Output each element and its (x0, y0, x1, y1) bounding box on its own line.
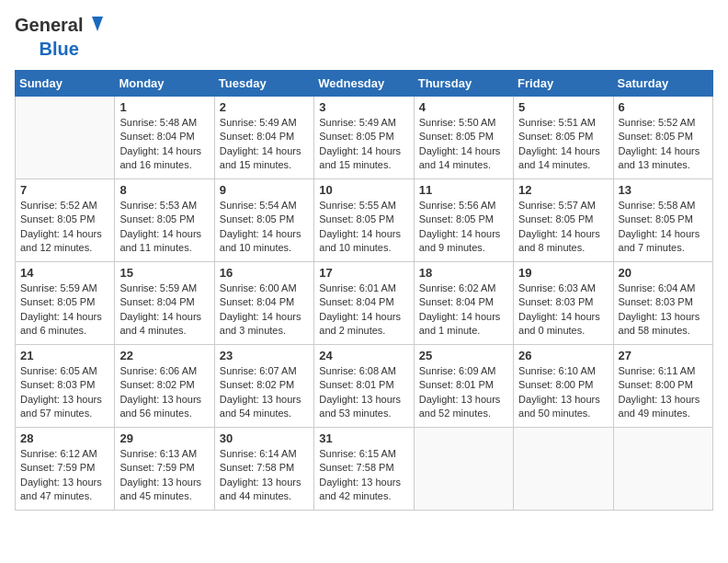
logo-arrow-icon (83, 15, 103, 35)
day-number: 12 (518, 183, 608, 197)
calendar-cell: 22Sunrise: 6:06 AMSunset: 8:02 PMDayligh… (115, 345, 214, 428)
sunset-text: Sunset: 8:05 PM (419, 213, 508, 226)
calendar-cell: 28Sunrise: 6:12 AMSunset: 7:59 PMDayligh… (16, 428, 115, 511)
day-header-sunday: Sunday (16, 71, 115, 97)
sunset-text: Sunset: 7:59 PM (20, 461, 109, 475)
sunset-text: Sunset: 8:03 PM (518, 295, 608, 309)
calendar-week-1: 1Sunrise: 5:48 AMSunset: 8:04 PMDaylight… (16, 97, 713, 179)
sunrise-text: Sunrise: 5:48 AM (119, 116, 209, 130)
cell-content: Sunrise: 6:04 AMSunset: 8:03 PMDaylight:… (619, 282, 708, 339)
cell-content: Sunrise: 5:57 AMSunset: 8:05 PMDaylight:… (518, 199, 608, 256)
calendar-cell: 7Sunrise: 5:52 AMSunset: 8:05 PMDaylight… (16, 179, 115, 262)
sunrise-text: Sunrise: 6:06 AM (119, 364, 209, 378)
daylight-text: Daylight: 14 hours and 12 minutes. (20, 227, 109, 256)
daylight-text: Daylight: 13 hours and 58 minutes. (619, 310, 708, 339)
sunrise-text: Sunrise: 5:52 AM (20, 199, 109, 213)
calendar-cell (414, 428, 513, 511)
daylight-text: Daylight: 14 hours and 16 minutes. (119, 144, 209, 173)
calendar-cell: 30Sunrise: 6:14 AMSunset: 7:58 PMDayligh… (214, 428, 313, 511)
sunrise-text: Sunrise: 5:53 AM (119, 199, 209, 213)
cell-content: Sunrise: 6:01 AMSunset: 8:04 PMDaylight:… (319, 282, 408, 339)
day-number: 16 (220, 266, 309, 280)
sunset-text: Sunset: 8:05 PM (518, 213, 608, 226)
day-number: 26 (518, 349, 608, 362)
sunset-text: Sunset: 8:05 PM (319, 213, 408, 226)
calendar-cell: 5Sunrise: 5:51 AMSunset: 8:05 PMDaylight… (514, 97, 613, 179)
daylight-text: Daylight: 14 hours and 10 minutes. (319, 227, 408, 256)
sunset-text: Sunset: 8:04 PM (220, 295, 309, 309)
sunrise-text: Sunrise: 5:52 AM (619, 116, 708, 130)
daylight-text: Daylight: 14 hours and 0 minutes. (518, 310, 608, 339)
day-number: 1 (119, 100, 209, 114)
sunrise-text: Sunrise: 5:59 AM (119, 282, 209, 295)
day-number: 25 (419, 349, 508, 362)
cell-content: Sunrise: 5:56 AMSunset: 8:05 PMDaylight:… (419, 199, 508, 256)
sunrise-text: Sunrise: 6:07 AM (220, 364, 309, 378)
day-number: 30 (220, 431, 309, 445)
day-number: 31 (319, 431, 408, 445)
day-number: 17 (319, 266, 408, 280)
day-number: 14 (20, 266, 109, 280)
daylight-text: Daylight: 14 hours and 13 minutes. (619, 144, 708, 173)
day-number: 28 (20, 431, 109, 445)
daylight-text: Daylight: 13 hours and 57 minutes. (20, 393, 109, 421)
day-header-wednesday: Wednesday (314, 71, 414, 97)
sunset-text: Sunset: 8:02 PM (220, 378, 309, 392)
day-number: 11 (419, 183, 508, 197)
daylight-text: Daylight: 14 hours and 14 minutes. (419, 144, 508, 173)
calendar-table: SundayMondayTuesdayWednesdayThursdayFrid… (15, 70, 713, 511)
daylight-text: Daylight: 14 hours and 14 minutes. (518, 144, 608, 173)
sunrise-text: Sunrise: 5:50 AM (419, 116, 508, 130)
daylight-text: Daylight: 13 hours and 45 minutes. (119, 476, 209, 504)
cell-content: Sunrise: 6:02 AMSunset: 8:04 PMDaylight:… (419, 282, 508, 339)
calendar-cell: 17Sunrise: 6:01 AMSunset: 8:04 PMDayligh… (314, 262, 414, 345)
day-number: 23 (220, 349, 309, 362)
daylight-text: Daylight: 13 hours and 56 minutes. (119, 393, 209, 421)
day-number: 20 (619, 266, 708, 280)
sunrise-text: Sunrise: 5:57 AM (518, 199, 608, 213)
sunrise-text: Sunrise: 6:03 AM (518, 282, 608, 295)
daylight-text: Daylight: 14 hours and 4 minutes. (119, 310, 209, 339)
cell-content: Sunrise: 5:52 AMSunset: 8:05 PMDaylight:… (619, 116, 708, 173)
day-number: 5 (518, 100, 608, 114)
calendar-cell: 27Sunrise: 6:11 AMSunset: 8:00 PMDayligh… (613, 345, 712, 428)
day-number: 21 (20, 349, 109, 362)
logo-blue-text: Blue (40, 39, 79, 59)
sunrise-text: Sunrise: 5:54 AM (220, 199, 309, 213)
calendar-cell: 10Sunrise: 5:55 AMSunset: 8:05 PMDayligh… (314, 179, 414, 262)
calendar-cell: 19Sunrise: 6:03 AMSunset: 8:03 PMDayligh… (514, 262, 613, 345)
sunset-text: Sunset: 8:03 PM (619, 295, 708, 309)
sunrise-text: Sunrise: 5:49 AM (220, 116, 309, 130)
cell-content: Sunrise: 6:09 AMSunset: 8:01 PMDaylight:… (419, 364, 508, 421)
calendar-cell: 8Sunrise: 5:53 AMSunset: 8:05 PMDaylight… (115, 179, 214, 262)
cell-content: Sunrise: 6:11 AMSunset: 8:00 PMDaylight:… (619, 364, 708, 421)
calendar-cell: 11Sunrise: 5:56 AMSunset: 8:05 PMDayligh… (414, 179, 513, 262)
cell-content: Sunrise: 5:59 AMSunset: 8:04 PMDaylight:… (119, 282, 209, 339)
cell-content: Sunrise: 5:49 AMSunset: 8:04 PMDaylight:… (220, 116, 309, 173)
calendar-cell: 23Sunrise: 6:07 AMSunset: 8:02 PMDayligh… (214, 345, 313, 428)
day-number: 13 (619, 183, 708, 197)
sunrise-text: Sunrise: 5:51 AM (518, 116, 608, 130)
sunset-text: Sunset: 8:05 PM (319, 130, 408, 144)
sunset-text: Sunset: 8:03 PM (20, 378, 109, 392)
sunset-text: Sunset: 8:04 PM (119, 295, 209, 309)
cell-content: Sunrise: 5:52 AMSunset: 8:05 PMDaylight:… (20, 199, 109, 256)
daylight-text: Daylight: 13 hours and 49 minutes. (619, 393, 708, 421)
day-number: 24 (319, 349, 408, 362)
sunrise-text: Sunrise: 6:02 AM (419, 282, 508, 295)
calendar-cell: 21Sunrise: 6:05 AMSunset: 8:03 PMDayligh… (16, 345, 115, 428)
cell-content: Sunrise: 5:51 AMSunset: 8:05 PMDaylight:… (518, 116, 608, 173)
sunset-text: Sunset: 8:02 PM (119, 378, 209, 392)
sunset-text: Sunset: 8:04 PM (419, 295, 508, 309)
daylight-text: Daylight: 13 hours and 50 minutes. (518, 393, 608, 421)
calendar-cell: 26Sunrise: 6:10 AMSunset: 8:00 PMDayligh… (514, 345, 613, 428)
cell-content: Sunrise: 5:49 AMSunset: 8:05 PMDaylight:… (319, 116, 408, 173)
sunset-text: Sunset: 8:04 PM (220, 130, 309, 144)
calendar-cell: 3Sunrise: 5:49 AMSunset: 8:05 PMDaylight… (314, 97, 414, 179)
cell-content: Sunrise: 6:06 AMSunset: 8:02 PMDaylight:… (119, 364, 209, 421)
day-number: 2 (220, 100, 309, 114)
day-number: 3 (319, 100, 408, 114)
sunset-text: Sunset: 8:05 PM (119, 213, 209, 226)
cell-content: Sunrise: 5:59 AMSunset: 8:05 PMDaylight:… (20, 282, 109, 339)
sunset-text: Sunset: 8:05 PM (518, 130, 608, 144)
